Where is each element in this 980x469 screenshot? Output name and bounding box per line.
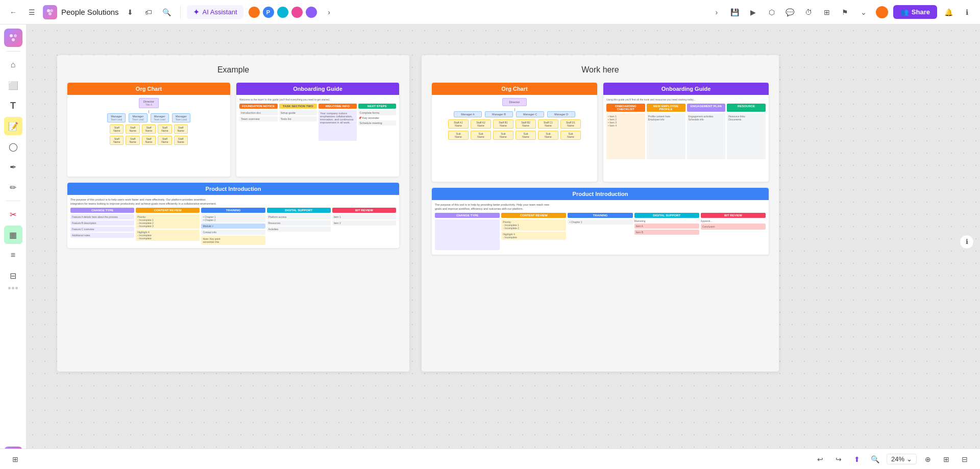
org-row-1: ManagerTeam Lead ManagerTeam Lead Manage… xyxy=(70,113,227,122)
product-card-right[interactable]: Product Introduction The purpose of this… xyxy=(432,188,769,255)
prod-r-item-43: Item B xyxy=(634,230,699,235)
split-view-button[interactable]: ⊟ xyxy=(958,452,972,466)
share-button[interactable]: 👥 Share xyxy=(893,5,937,19)
prod-item-52: Item 2 xyxy=(332,220,396,226)
ai-button-label: AI Assistant xyxy=(203,8,237,16)
tag-button[interactable]: 🏷 xyxy=(141,5,156,19)
sidebar-sticky[interactable]: 📝 xyxy=(4,117,22,135)
onb-col-header-3: WELCOME INFO xyxy=(318,104,357,109)
info-float-button[interactable]: ℹ xyxy=(960,235,974,249)
sidebar-frame[interactable]: ⬜ xyxy=(4,76,22,94)
product-header-left: Product Introduction xyxy=(67,183,399,195)
avatar-4 xyxy=(290,6,304,19)
onboarding-intro-right: Using this guide you'll find all the too… xyxy=(606,98,766,102)
org-node-r16: SubName xyxy=(560,131,581,140)
onboarding-card-left[interactable]: Onboarding Guide Welcome to the team! In… xyxy=(236,83,399,177)
chevron-right-button[interactable]: › xyxy=(709,5,724,19)
flag-button[interactable]: ⚑ xyxy=(838,5,852,19)
prod-item-22: Highlight 4 - Incomplete - Incomplete xyxy=(136,230,200,241)
share-icon: 👥 xyxy=(900,8,909,16)
org-chart-card-left[interactable]: Org Chart DirectorTitle A ManagerTeam Le… xyxy=(67,83,230,177)
svg-point-0 xyxy=(47,9,50,12)
user-avatar[interactable] xyxy=(875,5,889,19)
sidebar-divider-top xyxy=(6,51,20,52)
sidebar-text[interactable]: T xyxy=(4,96,22,115)
onboarding-header-left: Onboarding Guide xyxy=(236,83,399,95)
zoom-level[interactable]: 24% ⌄ xyxy=(887,454,917,464)
back-button[interactable]: ← xyxy=(6,5,20,19)
prod-col-hdr-r4: DIGITAL SUPPORT xyxy=(634,213,699,218)
prod-col-hdr-r2: CONTENT REVIEW xyxy=(501,213,566,218)
view-button[interactable]: ⊞ xyxy=(820,5,834,19)
redo-button[interactable]: ↪ xyxy=(831,452,846,466)
onb-col-header-2: TASK SECTION TWO xyxy=(279,104,317,109)
prod-col-hdr-4: DIGITAL SUPPORT xyxy=(267,208,331,213)
prod-col-hdr-3: TRAINING xyxy=(201,208,265,213)
org-node-r13: SubName xyxy=(493,131,513,140)
chevron-down-icon: ⌄ xyxy=(906,455,912,463)
help-button[interactable]: ℹ xyxy=(960,5,974,19)
download-button[interactable]: ⬇ xyxy=(123,5,137,19)
chevron-down-button[interactable]: ⌄ xyxy=(856,5,871,19)
org-chart-header-left: Org Chart xyxy=(67,83,230,95)
doc-title: People Solutions xyxy=(61,8,119,16)
sidebar-home[interactable]: ⌂ xyxy=(4,56,22,74)
onb-r-col-4: Resource linksDocuments xyxy=(727,113,766,164)
svg-point-1 xyxy=(50,9,53,12)
search-button[interactable]: 🔍 xyxy=(160,5,174,19)
onb-item-6: Schedule meeting xyxy=(358,120,397,126)
product-body-left: The purpose of this product is to help u… xyxy=(67,195,399,248)
sidebar-pen[interactable]: ✒ xyxy=(4,158,22,176)
org-chart-card-right[interactable]: Org Chart Director Manager A Manager B M… xyxy=(432,83,597,182)
bottombar-left: ⊞ xyxy=(8,452,22,466)
onboarding-cols-left: FOUNDATION NOTICE Introduction doc Team … xyxy=(239,104,396,141)
grid-toggle-button[interactable]: ⊞ xyxy=(939,452,953,466)
minimap-button[interactable]: ⊞ xyxy=(8,452,22,466)
prod-col-hdr-5: BIT REVIEW xyxy=(332,208,396,213)
sidebar-highlighter[interactable]: ✏ xyxy=(4,178,22,196)
prod-item-31: • Chapter 1• Chapter 2 xyxy=(201,214,265,223)
expand-button[interactable]: › xyxy=(322,5,336,19)
timer-button[interactable]: ⏱ xyxy=(801,5,816,19)
topbar: ← ☰ People Solutions ⬇ 🏷 🔍 ✦ AI Assistan… xyxy=(0,0,980,24)
play-button[interactable]: ▶ xyxy=(746,5,761,19)
org-node-8: StaffName xyxy=(158,125,172,134)
present-button[interactable]: ⬡ xyxy=(765,5,779,19)
prod-r-item-31: • Chapter 1 xyxy=(568,219,632,225)
zoom-fit-button[interactable]: ⊕ xyxy=(921,452,935,466)
product-header-right: Product Introduction xyxy=(432,188,769,200)
ai-assistant-button[interactable]: ✦ AI Assistant xyxy=(187,5,243,19)
org-node-r14: SubName xyxy=(516,131,536,140)
org-node-r8: Staff B2Name xyxy=(516,119,536,129)
onboarding-body-right: Using this guide you'll find all the too… xyxy=(603,95,769,177)
sidebar-list[interactable]: ≡ xyxy=(4,246,22,264)
sidebar-divider-mid xyxy=(6,201,20,201)
org-node-6: StaffName xyxy=(126,125,139,134)
undo-button[interactable]: ↩ xyxy=(813,452,827,466)
org-node-r5: Staff A1Name xyxy=(448,119,469,129)
sidebar-table[interactable]: ▦ xyxy=(4,226,22,244)
sidebar-shapes[interactable]: ◯ xyxy=(4,137,22,156)
sidebar: ⌂ ⬜ T 📝 ◯ ✒ ✏ ✂ ▦ ≡ ⊟ B xyxy=(0,24,27,469)
work-here-doc-grid: Org Chart Director Manager A Manager B M… xyxy=(432,83,769,255)
cursor-button[interactable]: ⬆ xyxy=(850,452,864,466)
canvas[interactable]: Example Org Chart DirectorTitle A Manage xyxy=(27,24,980,469)
org-row-2: StaffName StaffName StaffName StaffName … xyxy=(70,125,227,134)
org-node-r3: Manager C xyxy=(516,111,544,117)
menu-button[interactable]: ☰ xyxy=(24,5,39,19)
canvas-content: Example Org Chart DirectorTitle A Manage xyxy=(57,55,779,372)
product-card-left[interactable]: Product Introduction The purpose of this… xyxy=(67,183,399,248)
comment-button[interactable]: 💬 xyxy=(783,5,797,19)
onboarding-card-right[interactable]: Onboarding Guide Using this guide you'll… xyxy=(603,83,769,182)
org-node-4: ManagerTeam Lead xyxy=(172,113,190,122)
sidebar-cut[interactable]: ✂ xyxy=(4,205,22,224)
zoom-in-button[interactable]: 🔍 xyxy=(868,452,883,466)
notification-button[interactable]: 🔔 xyxy=(941,5,955,19)
sidebar-template[interactable]: ⊟ xyxy=(4,266,22,285)
prod-r-item-22: Highlight 4- Incomplete xyxy=(501,232,566,240)
avatar-3 xyxy=(276,6,289,19)
prod-r-item-42: Item A xyxy=(634,224,699,229)
org-top-node-right: Director xyxy=(502,98,526,106)
save-button[interactable]: 💾 xyxy=(728,5,742,19)
prod-col-r2: CONTENT REVIEW Priority: - Incomplete 1 … xyxy=(501,213,566,252)
